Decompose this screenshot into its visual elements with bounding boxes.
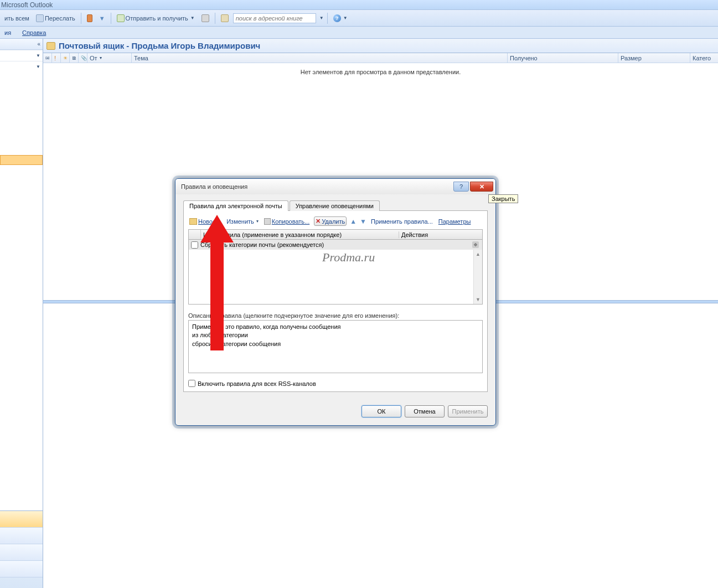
rss-checkbox[interactable] — [188, 380, 195, 387]
desc-line-2: из любой категории — [192, 331, 479, 339]
unknown-button-1[interactable] — [199, 13, 211, 23]
empty-state-text: Нет элементов для просмотра в данном пре… — [43, 69, 718, 75]
col-checkbox — [189, 230, 201, 239]
column-headers: ✉ ! ☀ 🗎 📎 От ▾ Тема Получено Размер Кате… — [43, 53, 718, 63]
rule-row[interactable]: Сбросить категории почты (рекомендуется) — [189, 240, 482, 250]
col-from[interactable]: От ▾ — [87, 53, 132, 63]
send-receive-icon — [117, 14, 125, 22]
edit-rule-button[interactable]: Изменить ▾ — [225, 218, 260, 225]
reply-all-button[interactable]: ить всем — [2, 14, 32, 23]
new-icon — [189, 218, 197, 225]
new-rule-button[interactable]: Новое... — [188, 218, 222, 225]
delete-rule-button[interactable]: ✕ Удалить — [314, 216, 347, 226]
toolbar-separator — [111, 13, 111, 24]
copy-icon — [264, 218, 271, 225]
toolbar-separator — [327, 13, 328, 24]
dialog-footer: ОК Отмена Применить — [175, 400, 495, 425]
chevron-down-icon: ▾ — [100, 55, 102, 60]
rules-grid-header: Имя правила (применение в указанном поря… — [189, 230, 482, 240]
toolbar-separator — [81, 13, 81, 24]
rules-dialog: Правила и оповещения ? ✕ Правила для эле… — [175, 178, 496, 426]
menu-item-1[interactable]: ия — [2, 28, 13, 37]
scroll-down-icon[interactable]: ▼ — [474, 295, 482, 304]
ok-button[interactable]: ОК — [361, 405, 401, 417]
sidebar-collapse-button[interactable]: « — [37, 41, 40, 47]
description-label: Описание правила (щелкните подчеркнутое … — [188, 312, 483, 319]
rule-checkbox[interactable] — [191, 241, 198, 249]
forward-icon — [36, 14, 44, 22]
importance-icon: ✉ — [45, 55, 50, 61]
app-title: Microsoft Outlook — [1, 1, 53, 9]
dialog-tabs: Правила для электронной почты Управление… — [183, 200, 488, 211]
col-reminder[interactable]: ! — [52, 53, 61, 63]
dialog-help-button[interactable]: ? — [453, 182, 469, 192]
tab-email-rules[interactable]: Правила для электронной почты — [183, 200, 288, 211]
sidebar-bottom-nav — [0, 510, 43, 588]
close-tooltip: Закрыть — [488, 194, 518, 203]
chevron-down-icon: ▼ — [190, 16, 195, 20]
cancel-button[interactable]: Отмена — [405, 405, 445, 417]
chevron-down-icon[interactable]: ▼ — [319, 16, 324, 20]
scrollbar[interactable]: ▲ ▼ — [473, 250, 482, 304]
clip-icon: 📎 — [81, 55, 87, 61]
rules-grid-body: ▲ ▼ — [189, 250, 482, 304]
nav-contacts[interactable] — [0, 544, 43, 561]
col-size[interactable]: Размер — [618, 53, 690, 63]
send-receive-button[interactable]: Отправить и получить ▼ — [115, 13, 197, 23]
help-icon: ? — [333, 14, 341, 22]
menubar: ия Справка — [0, 27, 718, 39]
col-icon[interactable]: ☀ — [61, 53, 70, 63]
menu-item-help[interactable]: Справка — [20, 28, 48, 37]
rule-action-cell — [399, 241, 482, 248]
dialog-titlebar[interactable]: Правила и оповещения ? ✕ — [175, 179, 495, 194]
col-rule-actions[interactable]: Действия — [399, 231, 482, 238]
dialog-close-button[interactable]: ✕ — [470, 182, 493, 192]
filter-button[interactable]: ▼ — [97, 14, 107, 23]
forward-button[interactable]: Переслать — [34, 13, 78, 23]
apply-rules-button[interactable]: Применить правила... — [370, 218, 434, 225]
move-up-button[interactable]: ▲ — [350, 218, 357, 225]
rules-toolbar: Новое... Изменить ▾ Копировать... ✕ Удал… — [188, 215, 483, 229]
toolbar-separator — [215, 13, 215, 24]
sidebar-selected-item[interactable] — [0, 155, 43, 165]
sidebar-header: « — [0, 39, 43, 50]
rules-grid: Имя правила (применение в указанном поря… — [188, 229, 483, 305]
address-search-input[interactable] — [233, 13, 316, 23]
rss-checkbox-row: Включить правила для всех RSS-каналов — [188, 380, 483, 387]
nav-tasks[interactable] — [0, 561, 43, 577]
description-box[interactable]: Применить это правило, когда получены со… — [188, 320, 483, 373]
apply-button[interactable]: Применить — [448, 405, 488, 417]
col-category[interactable]: Катего — [690, 53, 718, 63]
move-down-button[interactable]: ▼ — [360, 218, 366, 225]
flag-button[interactable] — [85, 13, 95, 23]
col-subject[interactable]: Тема — [132, 53, 508, 63]
address-book-button[interactable] — [219, 13, 231, 23]
chevron-down-icon: ▼ — [343, 16, 348, 20]
col-rule-name[interactable]: Имя правила (применение в указанном поря… — [201, 231, 399, 238]
col-received[interactable]: Получено — [508, 53, 618, 63]
tab-panel-rules: Новое... Изменить ▾ Копировать... ✕ Удал… — [183, 211, 488, 392]
options-button[interactable]: Параметры — [437, 218, 472, 225]
col-importance[interactable]: ✉ — [43, 53, 52, 63]
dialog-body: Правила для электронной почты Управление… — [175, 194, 495, 400]
scroll-up-icon[interactable]: ▲ — [474, 250, 482, 259]
copy-rule-button[interactable]: Копировать... — [263, 218, 311, 225]
chevron-down-icon: ▾ — [256, 219, 259, 224]
folder-icon — [47, 42, 55, 50]
sidebar-body: ▼ ▼ — [0, 50, 43, 510]
sidebar-item[interactable]: ▼ — [0, 61, 43, 72]
nav-mail[interactable] — [0, 511, 43, 528]
col-attachment[interactable]: 🗎 — [70, 53, 79, 63]
filter-icon: ▼ — [99, 15, 105, 22]
action-icon — [202, 14, 209, 22]
tab-alerts[interactable]: Управление оповещениями — [290, 200, 380, 211]
col-attach2[interactable]: 📎 — [79, 53, 87, 63]
main-toolbar: ить всем Переслать ▼ Отправить и получит… — [0, 10, 718, 27]
address-book-icon — [221, 14, 229, 22]
nav-calendar[interactable] — [0, 528, 43, 544]
help-button[interactable]: ? ▼ — [331, 13, 350, 23]
rule-name-cell: Сбросить категории почты (рекомендуется) — [200, 241, 399, 248]
sidebar-item[interactable]: ▼ — [0, 50, 43, 61]
page-icon: 🗎 — [72, 55, 77, 61]
desc-line-1: Применить это правило, когда получены со… — [192, 323, 479, 331]
